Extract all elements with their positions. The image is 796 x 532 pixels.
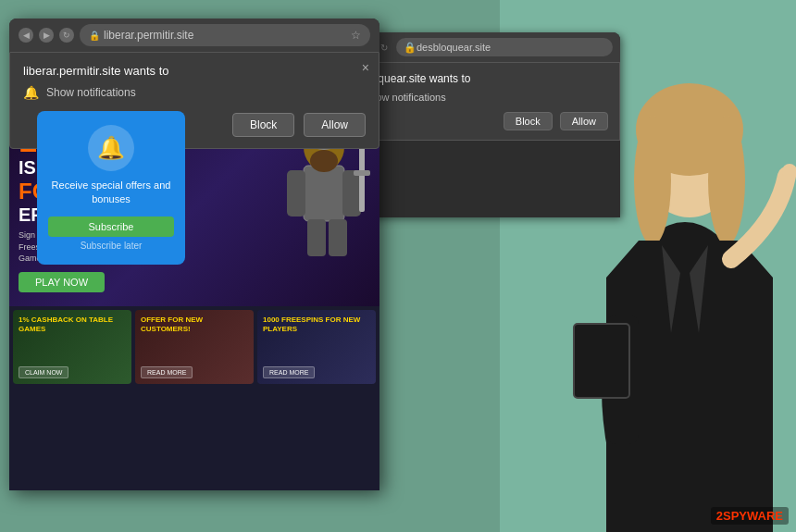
card2-title: OFFER FOR NEW CUSTOMERS!: [141, 315, 248, 335]
svg-rect-11: [304, 166, 344, 221]
forward-btn-main[interactable]: ▶: [39, 28, 54, 43]
casino-card-3: 1000 FREESPINS FOR NEW PLAYERS READ MORE: [257, 310, 376, 384]
browser-window-main: ◀ ▶ ↻ 🔒 liberar.permitir.site ☆ O PERSON…: [9, 19, 379, 490]
bell-icon-main: 🔔: [23, 85, 39, 100]
notif-buttons-back: Block Allow: [345, 112, 608, 130]
star-icon-main: ☆: [351, 29, 361, 42]
watermark-brand: SPYWARE: [723, 509, 783, 523]
address-bar-main[interactable]: 🔒 liberar.permitir.site ☆: [80, 24, 370, 46]
casino-cards: 1% CASHBACK ON TABLE GAMES CLAIM NOW OFF…: [9, 306, 379, 388]
casino-card-2: OFFER FOR NEW CUSTOMERS! READ MORE: [135, 310, 254, 384]
watermark: 2SPYWARE: [711, 507, 789, 525]
card1-btn[interactable]: CLAIM NOW: [19, 366, 68, 378]
subscribe-text: Receive special offers and bonuses: [48, 179, 174, 207]
svg-rect-13: [342, 170, 361, 217]
subscribe-later-link[interactable]: Subscribe later: [48, 241, 174, 251]
svg-rect-12: [287, 170, 305, 217]
browser-toolbar-main: ◀ ▶ ↻ 🔒 liberar.permitir.site ☆: [9, 19, 379, 52]
back-btn-main[interactable]: ◀: [19, 28, 33, 43]
notif-label-main: Show notifications: [46, 86, 136, 99]
subscribe-button[interactable]: Subscribe: [48, 217, 174, 237]
close-button-main[interactable]: ×: [362, 60, 369, 75]
allow-button-main[interactable]: Allow: [304, 113, 366, 137]
block-button-main[interactable]: Block: [232, 113, 294, 137]
casino-card-1: 1% CASHBACK ON TABLE GAMES CLAIM NOW: [13, 310, 131, 384]
notif-title-back: desbloquear.site wants to: [345, 72, 608, 85]
svg-point-5: [708, 116, 745, 245]
notif-title-main: liberar.permitir.site wants to: [23, 64, 366, 78]
svg-rect-23: [329, 219, 347, 256]
card2-btn[interactable]: READ MORE: [141, 366, 193, 378]
block-button-back[interactable]: Block: [504, 112, 553, 130]
refresh-btn-back[interactable]: ↻: [378, 41, 391, 54]
svg-point-4: [634, 116, 671, 245]
lock-icon-back: 🔒: [404, 42, 417, 54]
address-bar-back[interactable]: 🔒 desbloquear.site: [396, 38, 613, 56]
subscribe-popup: 🔔 Receive special offers and bonuses Sub…: [37, 111, 185, 265]
card3-title: 1000 FREESPINS FOR NEW PLAYERS: [263, 315, 370, 335]
subscribe-bell-icon: 🔔: [88, 125, 134, 171]
card1-title: 1% CASHBACK ON TABLE GAMES: [19, 315, 126, 335]
address-text-main: liberar.permitir.site: [104, 29, 193, 42]
lock-icon-main: 🔒: [89, 31, 100, 41]
watermark-prefix: 2: [716, 509, 723, 523]
allow-button-back[interactable]: Allow: [560, 112, 608, 130]
refresh-btn-main[interactable]: ↻: [59, 28, 74, 43]
play-now-btn[interactable]: PLAY NOW: [19, 272, 105, 292]
svg-rect-22: [307, 219, 326, 256]
svg-rect-8: [574, 324, 629, 398]
notif-row-main: 🔔 Show notifications: [23, 85, 366, 100]
address-text-back: desbloquear.site: [417, 42, 491, 53]
svg-point-14: [310, 150, 338, 172]
notif-row-back: 🔔 Show notifications: [345, 91, 608, 103]
card3-btn[interactable]: READ MORE: [263, 366, 315, 378]
svg-rect-21: [354, 170, 370, 176]
